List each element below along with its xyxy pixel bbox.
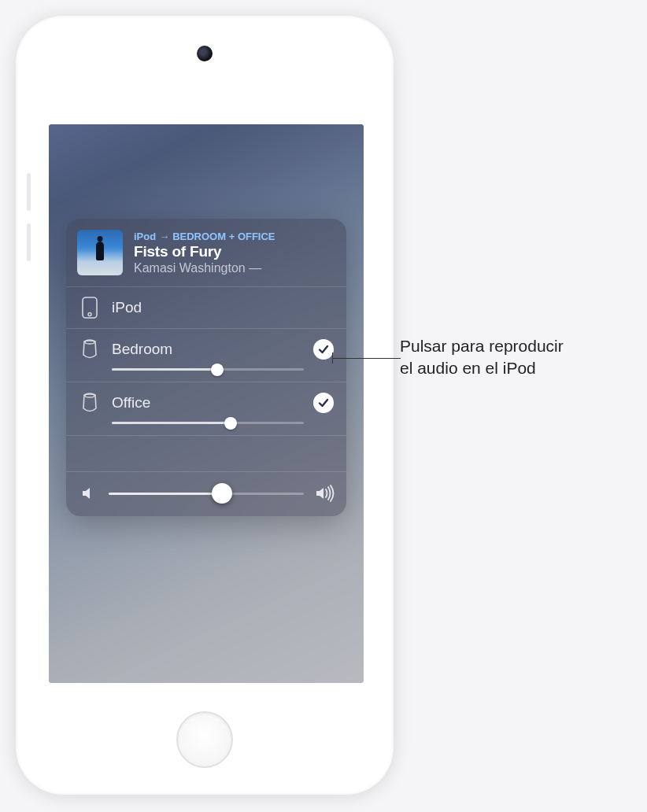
- slider-thumb[interactable]: [224, 417, 237, 430]
- checkmark-selected-icon: [313, 393, 334, 413]
- svg-point-1: [88, 313, 91, 316]
- slider-thumb[interactable]: [211, 364, 224, 376]
- airplay-panel: iPod → BEDROOM + OFFICE Fists of Fury Ka…: [66, 219, 346, 516]
- slider-fill: [109, 493, 222, 495]
- master-volume-slider[interactable]: [109, 493, 304, 495]
- screen: iPod → BEDROOM + OFFICE Fists of Fury Ka…: [49, 124, 364, 683]
- checkmark-selected-icon: [313, 339, 334, 360]
- device-row-bedroom[interactable]: Bedroom: [66, 329, 346, 382]
- now-playing-header[interactable]: iPod → BEDROOM + OFFICE Fists of Fury Ka…: [66, 219, 346, 287]
- volume-high-icon: [315, 485, 332, 502]
- track-artist: Kamasi Washington —: [134, 261, 335, 275]
- device-label: iPod: [112, 299, 334, 316]
- album-art: [77, 230, 123, 275]
- route-to: BEDROOM + OFFICE: [172, 231, 275, 242]
- callout-text: Pulsar para reproducir el audio en el iP…: [400, 335, 564, 378]
- home-button[interactable]: [176, 711, 233, 768]
- ipod-icon: [79, 297, 101, 319]
- callout-line1: Pulsar para reproducir: [400, 337, 564, 355]
- device-volume-slider-bedroom[interactable]: [112, 368, 304, 371]
- track-title: Fists of Fury: [134, 243, 335, 260]
- ipod-touch-device: iPod → BEDROOM + OFFICE Fists of Fury Ka…: [16, 16, 394, 795]
- front-camera: [197, 46, 213, 61]
- airplay-device-list: iPod Bedroom: [66, 287, 346, 472]
- arrow-right-icon: →: [159, 231, 169, 242]
- device-label: Office: [112, 394, 302, 412]
- device-row-office[interactable]: Office: [66, 382, 346, 436]
- homepod-icon: [79, 392, 101, 414]
- callout-line2: el audio en el iPod: [400, 359, 536, 377]
- slider-fill: [112, 422, 231, 424]
- device-label: Bedroom: [112, 341, 302, 358]
- master-volume-row: [66, 472, 346, 516]
- volume-low-icon: [80, 485, 98, 502]
- volume-up-hardware: [27, 173, 31, 211]
- slider-fill: [112, 368, 217, 371]
- audio-route-label: iPod → BEDROOM + OFFICE: [134, 231, 335, 242]
- svg-rect-0: [83, 297, 97, 318]
- empty-device-row: [66, 436, 346, 472]
- svg-point-2: [85, 341, 94, 344]
- svg-point-3: [85, 394, 94, 397]
- device-volume-slider-office[interactable]: [112, 422, 304, 424]
- route-from: iPod: [134, 231, 156, 242]
- slider-thumb[interactable]: [212, 483, 232, 504]
- homepod-icon: [79, 338, 101, 360]
- device-row-ipod[interactable]: iPod: [66, 287, 346, 329]
- volume-down-hardware: [27, 223, 31, 261]
- callout-leader-line: [333, 358, 401, 359]
